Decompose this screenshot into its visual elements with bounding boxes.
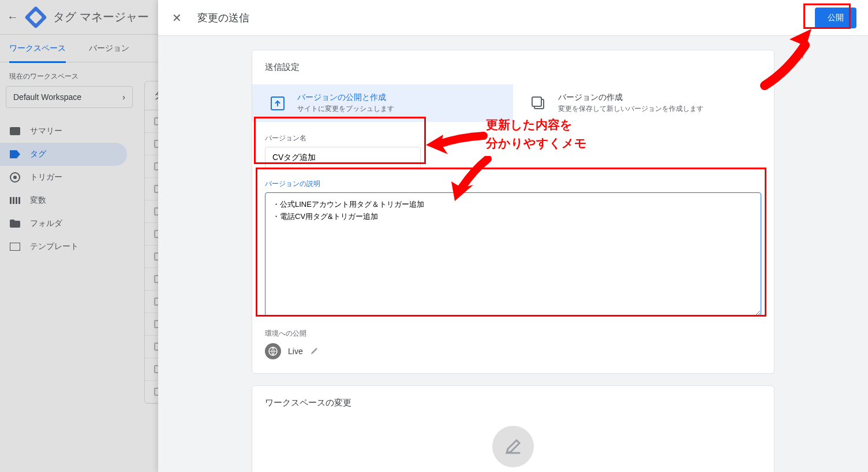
card-title: ワークスペースの変更: [265, 397, 761, 408]
sidebar-item-label: サマリー: [30, 126, 62, 136]
workspace-name: Default Workspace: [13, 92, 81, 102]
publish-options: バージョンの公開と作成 サイトに変更をプッシュします バージョンの作成 変更を保…: [252, 84, 774, 122]
sidebar-item-label: フォルダ: [30, 218, 62, 229]
environment-row: Live: [265, 343, 761, 359]
workspace-changes-card: ワークスペースの変更: [252, 385, 775, 472]
panel-body: 送信設定 バージョンの公開と作成 サイトに変更をプッシュします: [158, 36, 868, 472]
sidebar: 現在のワークスペース Default Workspace › サマリー タグ ト…: [0, 62, 139, 267]
template-icon: [9, 241, 21, 252]
version-description-label: バージョンの説明: [265, 179, 761, 189]
variable-icon: [9, 195, 21, 206]
svg-rect-5: [16, 197, 17, 204]
svg-rect-7: [10, 243, 20, 251]
chevron-right-icon: ›: [122, 92, 125, 102]
publish-button[interactable]: 公開: [815, 8, 856, 28]
svg-rect-0: [10, 127, 20, 135]
sidebar-item-label: テンプレート: [30, 241, 78, 252]
svg-rect-6: [18, 197, 20, 204]
version-icon: [529, 94, 548, 113]
close-icon[interactable]: ✕: [170, 11, 184, 25]
sidebar-item-folders[interactable]: フォルダ: [0, 212, 127, 235]
submission-config-card: 送信設定 バージョンの公開と作成 サイトに変更をプッシュします: [252, 50, 775, 374]
svg-rect-3: [10, 197, 12, 204]
workspace-selector[interactable]: Default Workspace ›: [6, 86, 133, 108]
option-publish-and-create[interactable]: バージョンの公開と作成 サイトに変更をプッシュします: [252, 84, 513, 122]
target-icon: [9, 172, 21, 183]
option-title: バージョンの公開と作成: [297, 92, 394, 103]
svg-rect-10: [532, 97, 541, 106]
panel-header: ✕ 変更の送信 公開: [158, 0, 868, 36]
tag-icon: [9, 148, 21, 160]
card-title: 送信設定: [265, 62, 761, 73]
tab-versions[interactable]: バージョン: [89, 43, 129, 54]
gtm-logo-icon: [24, 6, 47, 29]
publish-icon: [268, 94, 287, 113]
sidebar-item-label: トリガー: [30, 172, 62, 183]
app-title: タグ マネージャー: [53, 9, 149, 25]
folder-icon: [9, 218, 21, 229]
sidebar-item-summary[interactable]: サマリー: [0, 120, 127, 143]
option-title: バージョンの作成: [558, 92, 704, 103]
option-create-version[interactable]: バージョンの作成 変更を保存して新しいバージョンを作成します: [513, 84, 774, 122]
back-arrow-icon[interactable]: ←: [7, 10, 18, 24]
workspace-label: 現在のワークスペース: [0, 72, 139, 86]
tab-workspace[interactable]: ワークスペース: [9, 34, 66, 63]
publish-env-label: 環境への公開: [265, 329, 761, 339]
version-name-label: バージョン名: [265, 133, 761, 143]
submit-changes-panel: ✕ 変更の送信 公開 送信設定 バージョンの公開と作成 サイトに変更をプッシュし…: [158, 0, 868, 472]
svg-point-2: [13, 176, 17, 179]
option-subtitle: 変更を保存して新しいバージョンを作成します: [558, 104, 704, 114]
environment-name: Live: [288, 347, 303, 356]
edit-placeholder-icon: [492, 426, 534, 467]
panel-title: 変更の送信: [197, 11, 249, 25]
version-name-input[interactable]: [265, 147, 421, 169]
globe-icon: [265, 343, 281, 359]
sidebar-item-triggers[interactable]: トリガー: [0, 166, 127, 189]
dashboard-icon: [9, 125, 21, 137]
edit-environment-icon[interactable]: [310, 346, 319, 357]
sidebar-item-label: タグ: [30, 149, 46, 159]
sidebar-item-variables[interactable]: 変数: [0, 189, 127, 212]
version-description-input[interactable]: [265, 192, 761, 316]
sidebar-item-label: 変数: [30, 195, 46, 206]
sidebar-item-tags[interactable]: タグ: [0, 143, 127, 166]
svg-rect-4: [13, 197, 14, 204]
sidebar-item-templates[interactable]: テンプレート: [0, 235, 127, 258]
option-subtitle: サイトに変更をプッシュします: [297, 104, 394, 114]
